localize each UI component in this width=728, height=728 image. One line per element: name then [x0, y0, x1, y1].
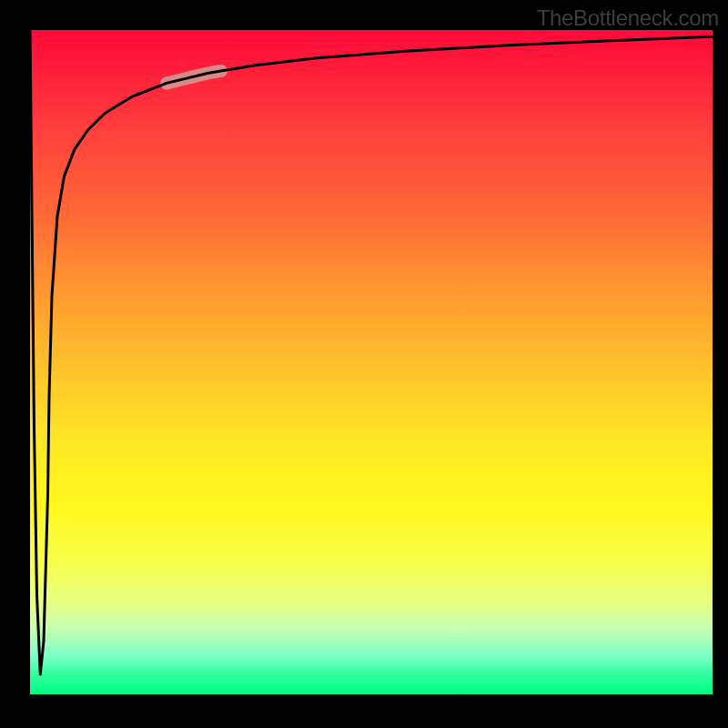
watermark-label: TheBottleneck.com	[537, 5, 719, 31]
chart-gradient-background	[30, 30, 713, 694]
